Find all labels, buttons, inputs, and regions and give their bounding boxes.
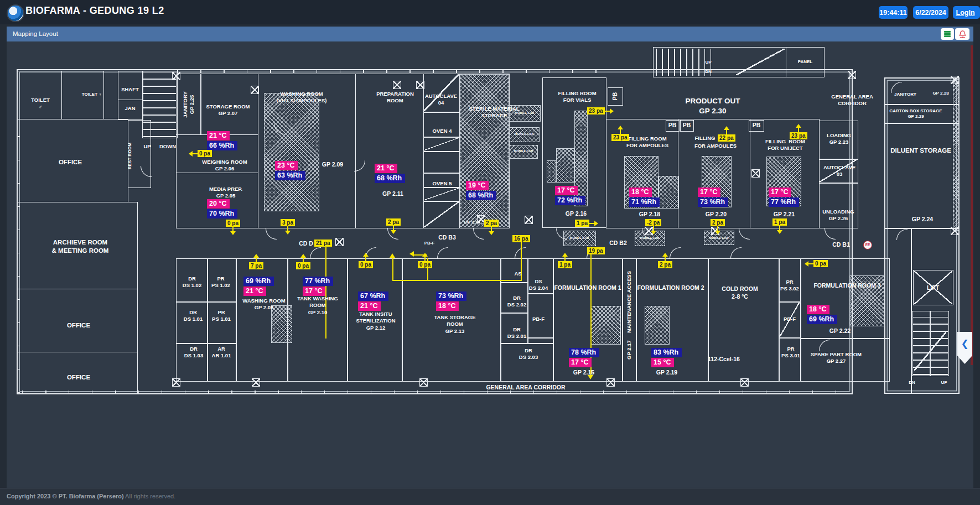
room-label-oven-4: OVEN 4 (433, 128, 452, 134)
room-label-toilet-1: TOILET♂ (31, 97, 50, 111)
pressure-label-4: 2 pa (386, 218, 401, 226)
room-label-dr-ds-1-02: DRDS 1.02 (183, 275, 201, 289)
temperature-value: 18 °C (807, 305, 829, 314)
wall-line (820, 183, 858, 184)
room-label-mobile-cab-corridor-2: MOBILE CAB (640, 236, 660, 240)
equipment-hatch (591, 306, 621, 345)
wall-ticks (177, 70, 608, 73)
wall-line (884, 123, 960, 124)
room-label-pb-3: PB (683, 122, 691, 129)
sensor-washing-vials-gp-2-09[interactable]: 23 °C63 %Rh (275, 161, 305, 181)
humidity-value: 73 %Rh (698, 197, 728, 207)
room-label-cold-room: COLD ROOM2-8 °C (722, 285, 758, 300)
sensor-formulation-1-gp-2-15[interactable]: 78 %Rh17 °C (569, 348, 599, 368)
humidity-value: 71 %Rh (629, 197, 660, 207)
room-label-washing-room-gp-2-08: WASHING ROOMGP 2.08 (242, 298, 286, 311)
stairs (143, 72, 177, 137)
equipment-hatch (658, 176, 679, 209)
equipment-hatch (556, 148, 574, 183)
wall-line (207, 258, 208, 382)
sensor-washing-gp-2-08[interactable]: 69 %Rh21 °C (243, 277, 274, 296)
room-label-gp-2-11: GP 2.11 (382, 190, 403, 198)
temperature-value: 17 °C (698, 188, 720, 197)
wall-line (424, 151, 459, 152)
wall-line (424, 112, 459, 113)
pressure-label-19: 0 pa (359, 261, 373, 268)
sensor-preparation-gp-2-11[interactable]: 21 °C68 %Rh (375, 164, 405, 184)
pressure-label-1: 0 pa (198, 150, 212, 157)
room-label-pb-vertical: PB (611, 92, 619, 101)
room-label-cd-d: CD D (299, 240, 313, 248)
room-label-dr-ds-2-01: DRDS 2.01 (507, 326, 526, 340)
temperature-value: 21 °C (243, 287, 266, 296)
room-label-filling-room-vials: FILLING ROOMFOR VIALS (558, 90, 596, 104)
room-label-pr-ps-1-02: PRPS 1.02 (211, 275, 230, 289)
pressure-arrow-down (232, 227, 234, 232)
junction-marker (251, 86, 259, 94)
room-label-formulation-room-2: FORMULATION ROOM 2 (637, 284, 704, 292)
room-label-pr-ps-3-01: PRPS 3.01 (781, 346, 800, 360)
emergency-exit-marker: EE (863, 241, 872, 249)
room-label-filling-room-ampoules-1: FILLING ROOMFOR AMPOULES (626, 136, 668, 149)
sensor-weighing-room[interactable]: 21 °C66 %Rh (207, 131, 237, 151)
pressure-label-14: 21 pa (314, 240, 332, 247)
pressure-arrow-up (798, 127, 799, 132)
wall (118, 71, 143, 100)
humidity-value: 78 %Rh (569, 348, 599, 357)
sensor-sterile-storage-gp-2-14[interactable]: 19 °C68 %Rh (466, 181, 496, 201)
room-label-carton-box-gp-2-29: CARTON BOX STORAGEGP 2.29 (889, 108, 942, 120)
sensor-media-prep-gp-2-05[interactable]: 20 °C70 %Rh (207, 199, 237, 219)
room-label-cold-room-code: 112-Ccel-16 (708, 356, 740, 363)
biofarma-monitoring-app: BIOFARMA - GEDUNG 19 L2 19:44:11 6/22/20… (0, 0, 980, 505)
sensor-filling-ampoules-gp-2-18[interactable]: 18 °C71 %Rh (629, 188, 660, 207)
sensor-filling-ampoules-gp-2-20[interactable]: 17 °C73 %Rh (698, 188, 728, 207)
temperature-value: 21 °C (375, 164, 397, 173)
sensor-tank-insitu-gp-2-12[interactable]: 67 %Rh21 °C (358, 291, 388, 311)
room-label-office-1: OFFICE (59, 158, 82, 166)
room-label-general-area-corridor-right: GENERAL AREACORRIDOR (831, 93, 873, 107)
room-label-janitory-gp-2-25: JANITORYGP 2.25 (182, 91, 196, 118)
diagonal-line (914, 332, 946, 371)
room-label-shaft: SHAFT (121, 86, 139, 93)
pressure-label-11: -2 pa (645, 219, 661, 226)
pressure-label-12: 2 pa (711, 219, 725, 226)
wall (17, 289, 138, 352)
sensor-formulation-3-gp-2-22[interactable]: 18 °C69 %Rh (807, 305, 837, 325)
room-label-media-prep-gp-2-05: MEDIA PREP.GP 2.05 (209, 186, 242, 200)
sensor-formulation-2-gp-2-19[interactable]: 83 %Rh15 °C (651, 348, 682, 368)
pressure-label-23: 0 pa (813, 260, 828, 267)
room-label-up-bottom-right: UP (941, 380, 947, 386)
pressure-arrow-up (365, 256, 366, 261)
room-label-weighing-gp-2-06: WEIGHING ROOMGP 2.06 (202, 159, 247, 173)
room-label-dr-ds-2-02: DRDS 2.02 (507, 295, 526, 309)
pressure-label-5: 2 pa (484, 220, 499, 227)
wall-line (501, 313, 528, 314)
pressure-arrow-down (287, 226, 288, 231)
room-label-lift: LIFT (927, 284, 939, 292)
room-label-tank-storage-room: TANK STORAGEROOMGP 2.13 (434, 314, 475, 335)
junction-marker (751, 169, 760, 178)
equipment-hatch (460, 74, 509, 227)
airflow-line (392, 257, 393, 281)
wall-line (424, 173, 459, 174)
room-label-cd-b2: CD B2 (609, 240, 627, 247)
pressure-label-16: 19 pa (587, 247, 605, 254)
room-label-loading-gp-2-23: LOADINGGP 2.23 (827, 132, 851, 146)
sensor-tank-storage-gp-2-13[interactable]: 73 %Rh18 °C (436, 291, 466, 311)
pressure-arrow-up (620, 129, 621, 134)
pressure-arrow-up (665, 256, 666, 261)
room-label-pb-f-mid: PB-F (532, 316, 545, 322)
map-card: TOILET♂TOILET ♀SHAFTJANUPDOWNREST ROOMJA… (7, 41, 973, 488)
pressure-arrow-up (256, 257, 257, 262)
sensor-filling-vials-gp-2-16[interactable]: 17 °C72 %Rh (555, 186, 585, 206)
humidity-value: 63 %Rh (275, 171, 305, 180)
wall-line (176, 343, 236, 344)
room-label-filling-ampoules-2a: FILLING (695, 135, 715, 142)
room-label-dn-top-right: DN (705, 69, 712, 75)
sensor-filling-uniject-gp-2-21[interactable]: 17 °C77 %Rh (769, 188, 799, 207)
pressure-arrow-down (491, 227, 492, 232)
wall-line (527, 337, 554, 339)
sensor-tank-washing-gp-2-10[interactable]: 77 %Rh17 °C (303, 277, 333, 296)
room-label-dr-ds-1-03: DRDS 1.03 (184, 346, 203, 360)
pressure-label-18: 0 pa (296, 262, 310, 269)
